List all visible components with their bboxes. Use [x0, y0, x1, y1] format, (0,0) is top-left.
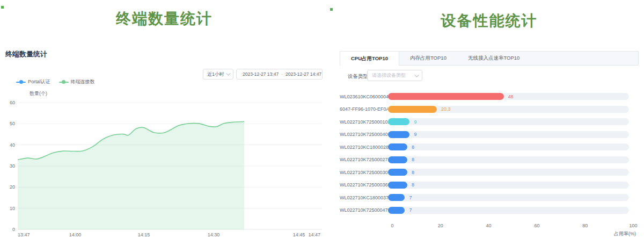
device-type-placeholder: 请选择设备类型: [372, 72, 406, 79]
bar-row: WL022710K7250004707: [340, 204, 639, 217]
legend-item-1[interactable]: 终端连接数: [59, 78, 95, 85]
time-range-select[interactable]: 近1小时: [203, 69, 233, 80]
bar: [388, 156, 407, 163]
bar: [388, 143, 407, 150]
bar-value-label: 8: [412, 170, 414, 175]
bar: [388, 131, 409, 138]
series-line: [18, 121, 244, 160]
chevron-down-icon: [414, 73, 419, 77]
bar-row: WL023610KC0600004348: [340, 90, 639, 103]
y-tick-label: 30: [10, 163, 15, 169]
bar-track: 9: [388, 118, 629, 125]
tab-wireless-rate-top10[interactable]: 无线接入点速率TOP10: [457, 52, 530, 65]
y-tick-label: 50: [10, 121, 15, 126]
legend-label: Portal认证: [28, 78, 50, 85]
bar-chart-x-axis: 020406080100: [392, 223, 633, 229]
right-section-title: 设备性能统计: [340, 11, 639, 31]
device-type-label: 设备类型: [348, 73, 368, 80]
bar-row: WL022710KC180003727: [340, 191, 639, 204]
device-label: WL022710K725000272: [340, 157, 388, 162]
device-label: WL022710K725000307: [340, 170, 388, 175]
bar-row: 6047-FF96-1070-EF0A20.3: [340, 103, 639, 116]
x-tick-label: 0: [391, 223, 393, 228]
x-tick-label: 100: [629, 223, 637, 228]
x-tick-label: 14:00: [69, 232, 82, 237]
terminal-count-line-chart: 010203040506013:4714:0014:1514:3014:4514…: [0, 0, 333, 245]
legend-label: 终端连接数: [71, 78, 95, 85]
time-range-value: 近1小时: [207, 71, 224, 78]
bar-track: 7: [388, 194, 629, 201]
device-label: WL022710KC18000372: [340, 195, 388, 200]
line-chart-legend: Portal认证终端连接数: [16, 78, 95, 85]
device-type-select[interactable]: 请选择设备类型: [367, 70, 422, 81]
bar-value-label: 8: [412, 145, 414, 150]
bar: [388, 182, 407, 189]
bar: [388, 106, 437, 113]
tab-memory-top10[interactable]: 内存占用TOP10: [399, 52, 457, 65]
bar-track: 8: [388, 169, 629, 176]
date-range-picker[interactable]: 2023-12-27 13:47 - 2023-12-27 14:47: [236, 69, 323, 80]
bar-value-label: 20.3: [441, 106, 451, 112]
x-tick-label: 14:47: [308, 232, 320, 237]
left-panel-header: 终端数量统计: [5, 49, 47, 59]
bar: [388, 194, 405, 201]
bar-track: 20.3: [388, 106, 629, 113]
bar: [388, 207, 405, 214]
bar: [388, 93, 504, 100]
date-separator: -: [281, 71, 283, 77]
y-tick-label: 60: [10, 100, 15, 105]
y-axis-title: 数量(个): [30, 90, 47, 97]
bar-value-label: 8: [412, 157, 414, 162]
x-tick-label: 60: [534, 223, 539, 228]
bar-row: WL022710KC180002808: [340, 141, 639, 154]
bar-row: WL022710K7250001029: [340, 116, 639, 128]
bar-value-label: 48: [508, 94, 514, 99]
bar-track: 48: [388, 93, 629, 100]
bar-row: WL022710K7250002728: [340, 154, 639, 167]
x-tick-label: 14:30: [208, 232, 220, 237]
device-label: WL022710K725000470: [340, 207, 388, 213]
legend-marker-icon: [59, 80, 69, 85]
bar-value-label: 9: [414, 132, 416, 137]
bar: [388, 169, 407, 176]
cpu-top10-bar-chart: WL023610KC06000043486047-FF96-1070-EF0A2…: [340, 90, 639, 217]
device-label: 6047-FF96-1070-EF0A: [340, 106, 388, 112]
bar-value-label: 7: [409, 195, 412, 200]
bar-value-label: 7: [409, 207, 412, 213]
date-start: 2023-12-27 13:47: [243, 71, 279, 77]
device-label: WL022710KC18000280: [340, 145, 388, 150]
x-tick-label: 14:15: [138, 232, 150, 237]
area-fill: [18, 121, 244, 229]
legend-marker-icon: [16, 80, 26, 85]
bar-track: 7: [388, 207, 629, 214]
x-tick-label: 40: [486, 223, 492, 228]
bar-track: 8: [388, 182, 629, 189]
x-axis-title: 占用率(%): [340, 230, 636, 237]
bar-track: 8: [388, 143, 629, 150]
device-label: WL022710K725000409: [340, 132, 388, 137]
device-label: WL023610KC06000043: [340, 94, 388, 99]
x-tick-label: 14:45: [293, 232, 305, 237]
bar-track: 8: [388, 156, 629, 163]
bar-track: 9: [388, 131, 629, 138]
y-tick-label: 20: [10, 184, 15, 190]
x-tick-label: 80: [582, 223, 588, 228]
bar-row: WL022710K7250003078: [340, 166, 639, 179]
date-end: 2023-12-27 14:47: [286, 71, 321, 77]
tab-cpu-top10[interactable]: CPU占用TOP10: [340, 52, 399, 66]
legend-item-0[interactable]: Portal认证: [16, 78, 50, 85]
left-section-title: 终端数量统计: [0, 9, 328, 29]
bar-value-label: 8: [412, 182, 414, 188]
bar-row: WL022710K7250003698: [340, 179, 639, 192]
bar-value-label: 9: [414, 119, 416, 125]
y-tick-label: 0: [12, 227, 15, 232]
chevron-down-icon: [226, 71, 230, 75]
device-label: WL022710K725000369: [340, 182, 388, 188]
x-tick-label: 13:47: [18, 232, 30, 237]
right-title-bullet-icon: [330, 8, 333, 11]
top10-tabbar: CPU占用TOP10 内存占用TOP10 无线接入点速率TOP10: [340, 51, 639, 66]
device-label: WL022710K725000102: [340, 119, 388, 125]
y-tick-label: 40: [10, 142, 15, 148]
bar: [388, 118, 409, 125]
bar-row: WL022710K7250004099: [340, 128, 639, 141]
